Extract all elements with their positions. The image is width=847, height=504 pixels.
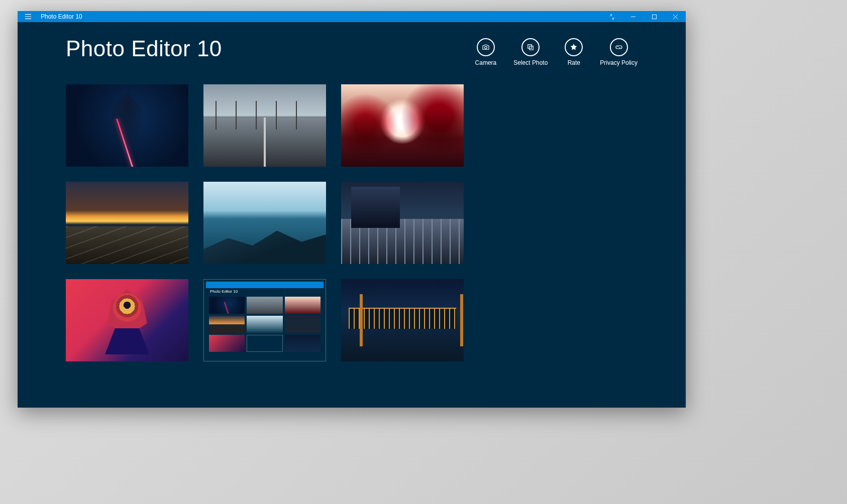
gallery-thumbnail[interactable] [203, 182, 326, 264]
maximize-icon [652, 14, 657, 20]
mini-titlebar [206, 282, 324, 288]
mini-page-title: Photo Editor 10 [206, 288, 324, 296]
privacy-icon-wrap [610, 38, 628, 56]
gallery-grid: Photo Editor 10 [66, 84, 638, 361]
page-title: Photo Editor 10 [66, 36, 222, 61]
gallery-thumbnail[interactable] [66, 182, 188, 264]
desktop: Photo Editor 10 [0, 0, 847, 504]
header-actions: Camera Select Photo [475, 36, 638, 66]
app-window: Photo Editor 10 [18, 11, 686, 408]
camera-action[interactable]: Camera [475, 38, 497, 66]
hamburger-icon [25, 13, 32, 20]
close-button[interactable] [665, 11, 686, 22]
fullscreen-icon [609, 14, 615, 20]
close-icon [673, 14, 678, 20]
titlebar-app-title: Photo Editor 10 [39, 13, 82, 20]
svg-rect-0 [652, 15, 656, 19]
titlebar: Photo Editor 10 [18, 11, 686, 22]
select-photo-action[interactable]: Select Photo [513, 38, 548, 66]
svg-rect-2 [528, 45, 532, 49]
content-area: Photo Editor 10 Camera [18, 22, 686, 408]
privacy-policy-action-label: Privacy Policy [600, 59, 638, 66]
camera-icon-wrap [477, 38, 495, 56]
star-icon [569, 43, 578, 52]
minimize-icon [630, 14, 636, 20]
hamburger-menu-button[interactable] [18, 11, 39, 22]
gallery-thumbnail[interactable] [203, 84, 326, 167]
rate-icon-wrap [565, 38, 583, 56]
select-photo-icon-wrap [521, 38, 540, 56]
select-photo-action-label: Select Photo [513, 59, 548, 66]
rate-action[interactable]: Rate [565, 38, 583, 66]
header-row: Photo Editor 10 Camera [66, 36, 638, 66]
link-icon [614, 43, 623, 52]
svg-point-1 [485, 46, 487, 49]
fullscreen-button[interactable] [601, 11, 622, 22]
privacy-policy-action[interactable]: Privacy Policy [600, 38, 638, 66]
gallery-thumbnail[interactable] [341, 84, 464, 167]
gallery-thumbnail[interactable] [341, 279, 464, 361]
copy-icon [526, 43, 535, 52]
camera-action-label: Camera [475, 59, 497, 66]
gallery-thumbnail[interactable] [66, 279, 188, 361]
rate-action-label: Rate [568, 59, 580, 66]
gallery-thumbnail[interactable] [341, 182, 464, 264]
camera-icon [481, 43, 490, 52]
mini-grid [206, 296, 324, 353]
gallery-thumbnail[interactable]: Photo Editor 10 [203, 279, 326, 361]
minimize-button[interactable] [622, 11, 644, 22]
maximize-button[interactable] [644, 11, 665, 22]
svg-rect-3 [530, 46, 534, 50]
gallery-thumbnail[interactable] [66, 84, 188, 167]
